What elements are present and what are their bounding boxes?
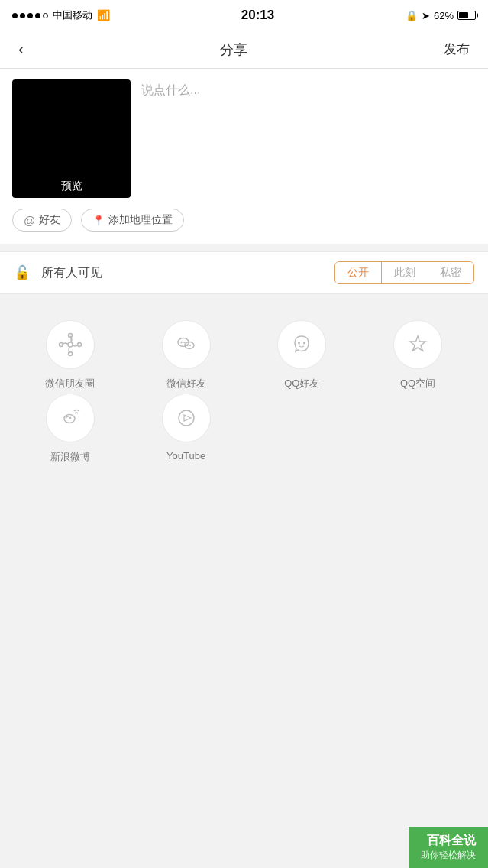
svg-point-3: [68, 352, 72, 356]
bottom-ad[interactable]: 百科全说 助你轻松解决: [409, 827, 488, 868]
back-button[interactable]: ‹: [14, 35, 28, 64]
wechat-moments-label: 微信朋友圈: [45, 377, 95, 390]
qq-icon: [289, 332, 314, 357]
svg-point-2: [77, 343, 81, 347]
svg-point-9: [186, 345, 188, 346]
carrier-label: 中国移动: [53, 8, 92, 22]
svg-point-1: [68, 334, 72, 338]
battery-fill: [459, 12, 468, 18]
signal-dots: [12, 13, 48, 18]
time-label: 20:13: [241, 8, 274, 23]
status-left: 中国移动 📶: [12, 8, 110, 22]
battery-icon: [457, 11, 476, 20]
visibility-bar: 🔓 所有人可见 公开 此刻 私密: [0, 251, 488, 294]
share-section: 微信朋友圈 微信好友: [0, 302, 488, 476]
dot3: [27, 13, 33, 18]
status-right: 🔒 ➤ 62%: [406, 10, 476, 21]
visibility-toggle: 公开 此刻 私密: [334, 261, 474, 284]
play-circle-icon: [174, 406, 199, 430]
qq-zone-icon-circle: [393, 320, 442, 369]
ad-title: 百科全说: [421, 833, 476, 849]
svg-point-7: [183, 342, 185, 343]
preview-box: 预览: [12, 79, 131, 198]
share-content: 预览 说点什么... @ 好友 📍 添加地理位置: [0, 69, 488, 244]
dot5: [43, 13, 48, 18]
share-grid-row1: 微信朋友圈 微信好友: [12, 320, 476, 390]
dot2: [20, 13, 25, 18]
qq-zone-label: QQ空间: [400, 377, 435, 390]
publish-button[interactable]: 发布: [439, 36, 474, 63]
at-friend-label: 好友: [39, 213, 60, 227]
share-text-input[interactable]: 说点什么...: [141, 79, 476, 99]
share-item-qq-friend[interactable]: QQ好友: [244, 320, 360, 390]
share-item-qq-zone[interactable]: QQ空间: [360, 320, 476, 390]
location-status-icon: ➤: [422, 10, 430, 21]
ad-subtitle: 助你轻松解决: [421, 849, 476, 862]
svg-marker-16: [184, 415, 191, 421]
weibo-icon-circle: [46, 394, 95, 442]
toggle-moment[interactable]: 此刻: [382, 262, 428, 283]
star-outline-icon: [406, 332, 430, 357]
preview-label: 预览: [61, 180, 82, 193]
share-top: 预览 说点什么...: [12, 79, 476, 198]
lock-status-icon: 🔒: [406, 10, 418, 21]
svg-point-6: [180, 342, 182, 343]
youtube-icon-circle: [162, 394, 211, 442]
visibility-label: 所有人可见: [41, 265, 327, 281]
at-icon: @: [24, 214, 35, 227]
share-item-wechat-friend[interactable]: 微信好友: [128, 320, 244, 390]
location-label: 添加地理位置: [108, 213, 173, 227]
qq-friend-label: QQ好友: [284, 377, 319, 390]
toggle-private[interactable]: 私密: [428, 262, 473, 283]
wechat-moments-icon-circle: [46, 320, 95, 369]
nav-bar: ‹ 分享 发布: [0, 31, 488, 69]
wechat-friend-label: 微信好友: [166, 377, 206, 390]
svg-point-14: [69, 417, 72, 419]
share-grid-row2: 新浪微博 YouTube: [12, 394, 476, 464]
svg-point-12: [303, 342, 305, 345]
page-title: 分享: [220, 40, 247, 59]
at-friend-button[interactable]: @ 好友: [12, 209, 72, 232]
toggle-public[interactable]: 公开: [335, 262, 382, 283]
dot1: [12, 13, 18, 18]
add-location-button[interactable]: 📍 添加地理位置: [81, 209, 184, 232]
dot4: [35, 13, 40, 18]
share-item-weibo[interactable]: 新浪微博: [12, 394, 128, 464]
svg-point-11: [298, 342, 300, 345]
weibo-label: 新浪微博: [50, 450, 90, 464]
svg-point-0: [68, 342, 73, 347]
wechat-friend-icon-circle: [162, 320, 211, 369]
qq-friend-icon-circle: [277, 320, 326, 369]
share-actions: @ 好友 📍 添加地理位置: [12, 209, 476, 232]
status-bar: 中国移动 📶 20:13 🔒 ➤ 62%: [0, 0, 488, 31]
svg-point-4: [59, 343, 63, 347]
share-item-youtube[interactable]: YouTube: [128, 394, 244, 464]
weibo-icon: [58, 406, 82, 430]
youtube-label: YouTube: [166, 450, 205, 462]
share-item-wechat-moments[interactable]: 微信朋友圈: [12, 320, 128, 390]
wechat-icon: [174, 332, 199, 357]
lock-icon: 🔓: [14, 264, 31, 281]
battery-percent: 62%: [434, 10, 454, 21]
location-icon: 📍: [92, 215, 105, 226]
svg-point-10: [189, 345, 191, 346]
pinwheel-icon: [58, 332, 82, 357]
wifi-icon: 📶: [97, 9, 110, 21]
